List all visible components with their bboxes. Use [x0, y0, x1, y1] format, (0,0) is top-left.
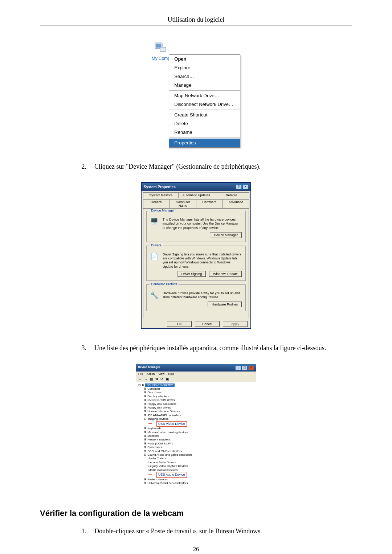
group-device-manager: Device Manager 🖥️ The Device Manager lis…: [146, 211, 246, 242]
device-manager-button[interactable]: Device Manager: [210, 232, 242, 238]
windows-update-button[interactable]: Windows Update: [209, 271, 242, 277]
ctx-open[interactable]: Open: [169, 55, 240, 63]
system-properties-dialog: System Properties ? × System Restore Aut…: [141, 182, 251, 329]
ctx-manage[interactable]: Manage: [169, 81, 240, 90]
device-tree[interactable]: ⊟ 🖥 JOHNS-PC-9027DY ⊞ Computer ⊞ Disk dr…: [136, 382, 256, 494]
menu-action[interactable]: Action: [147, 372, 155, 376]
callout-lead: [148, 423, 152, 424]
tree-legacy-video-capture[interactable]: Legacy Video Capture Devices: [138, 464, 254, 468]
tree-network[interactable]: Network adapters: [147, 438, 170, 441]
minimize-icon[interactable]: _: [235, 365, 241, 370]
device-manager-desc: The Device Manager lists all the hardwar…: [163, 218, 242, 230]
group-drivers: Drivers 📄 Driver Signing lets you make s…: [146, 246, 246, 281]
device-manager-icon: 🖥️: [150, 218, 160, 230]
tab-hardware[interactable]: Hardware: [196, 199, 223, 208]
step-1b-text: Double-cliquez sur « Poste de travail »,…: [86, 527, 262, 536]
page-header: Utilisation du logiciel: [40, 16, 352, 24]
ctx-search[interactable]: Search…: [169, 72, 240, 81]
apply-button: Apply: [223, 321, 248, 327]
cancel-button[interactable]: Cancel: [195, 321, 220, 327]
figure-device-manager: Device Manager _ □ × File Action View He…: [40, 364, 352, 495]
step-3-number: 3.: [40, 344, 86, 353]
tree-audio-codecs[interactable]: Audio Codecs: [138, 457, 254, 460]
hardware-profiles-button[interactable]: Hardware Profiles: [208, 301, 242, 307]
back-icon[interactable]: ←: [138, 377, 142, 381]
step-2-number: 2.: [40, 162, 86, 171]
tree-computer[interactable]: Computer: [147, 387, 160, 390]
menu-help[interactable]: Help: [168, 372, 174, 376]
context-menu: Open Explore Search… Manage Map Network …: [169, 54, 240, 148]
tree-processors[interactable]: Processors: [147, 446, 162, 449]
scan-icon[interactable]: ▣: [166, 377, 169, 381]
hardware-profiles-icon: 🔧: [150, 291, 160, 300]
maximize-icon[interactable]: □: [242, 365, 248, 370]
close-icon[interactable]: ×: [248, 365, 254, 370]
tree-scsi[interactable]: SCSI and RAID controllers: [147, 450, 182, 453]
tree-hid[interactable]: Human Interface Devices: [147, 410, 180, 413]
dialog-title: System Properties: [144, 185, 176, 189]
toolbar-icon[interactable]: ▦: [150, 377, 153, 381]
tree-floppy-drives[interactable]: Floppy disk drives: [147, 406, 171, 409]
ctx-create-shortcut[interactable]: Create Shortcut: [169, 111, 240, 119]
group-label: Hardware Profiles: [150, 282, 179, 286]
tree-sound-video-game[interactable]: Sound, video and game controllers: [147, 453, 192, 456]
tab-advanced[interactable]: Advanced: [222, 199, 249, 208]
step-2-text: Cliquez sur "Device Manager" (Gestionnai…: [86, 162, 261, 171]
tab-automatic-updates[interactable]: Automatic Updates: [178, 192, 214, 198]
tree-media-control[interactable]: Media Control Devices: [138, 468, 254, 472]
properties-icon[interactable]: ✿: [155, 377, 158, 381]
callout-usb-video: USB Video Device: [156, 421, 187, 427]
tree-floppy-ctrl[interactable]: Floppy disk controllers: [147, 402, 176, 406]
step-1b: 1. Double-cliquez sur « Poste de travail…: [40, 527, 352, 536]
tree-legacy-audio[interactable]: Legacy Audio Drivers: [138, 461, 254, 464]
ctx-map-drive[interactable]: Map Network Drive…: [169, 91, 240, 100]
tree-ide[interactable]: IDE ATA/ATAPI controllers: [147, 414, 181, 417]
tree-disk-drives[interactable]: Disk drives: [147, 391, 162, 394]
tree-dvd[interactable]: DVD/CD-ROM drives: [147, 398, 175, 402]
ctx-separator: [169, 110, 240, 110]
tab-system-restore[interactable]: System Restore: [143, 192, 179, 198]
tree-root[interactable]: JOHNS-PC-9027DY: [145, 383, 174, 387]
tree-keyboards[interactable]: Keyboards: [147, 427, 161, 430]
ctx-disconnect-drive[interactable]: Disconnect Network Drive…: [169, 100, 240, 109]
tree-usb-controllers[interactable]: Universal Serial Bus controllers: [147, 481, 188, 485]
step-2: 2. Cliquez sur "Device Manager" (Gestion…: [40, 162, 352, 171]
tree-display-adapters[interactable]: Display adapters: [147, 395, 169, 398]
group-label: Device Manager: [150, 209, 176, 212]
device-manager-window: Device Manager _ □ × File Action View He…: [136, 364, 256, 495]
figure-context-menu: My Computer Open Explore Search… Manage …: [40, 40, 352, 148]
ctx-explore[interactable]: Explore: [169, 63, 240, 72]
help-icon[interactable]: ?: [236, 184, 242, 189]
tab-general[interactable]: General: [143, 199, 170, 208]
tree-imaging[interactable]: Imaging devices: [147, 417, 168, 420]
tree-ports[interactable]: Ports (COM & LPT): [147, 442, 172, 445]
window-titlebar: Device Manager _ □ ×: [136, 364, 256, 372]
dialog-titlebar: System Properties ? ×: [142, 183, 250, 191]
forward-icon[interactable]: →: [144, 377, 148, 381]
menu-view[interactable]: View: [158, 372, 164, 376]
driver-signing-button[interactable]: Driver Signing: [177, 271, 206, 277]
tree-mice[interactable]: Mice and other pointing devices: [147, 431, 188, 434]
tree-system-devices[interactable]: System devices: [147, 478, 168, 481]
callout-usb-audio: USB Audio Device: [156, 472, 187, 478]
my-computer-label: My Computer: [152, 56, 170, 61]
tree-monitors[interactable]: Monitors: [147, 434, 159, 438]
menu-bar: File Action View Help: [136, 372, 256, 376]
menu-file[interactable]: File: [138, 372, 143, 376]
ctx-properties[interactable]: Properties: [169, 139, 240, 147]
step-3: 3. Une liste des périphériques installés…: [40, 344, 352, 353]
page-number: 26: [40, 546, 352, 553]
close-icon[interactable]: ×: [242, 184, 248, 189]
callout-lead: [148, 474, 152, 475]
step-1b-number: 1.: [40, 527, 86, 536]
refresh-icon[interactable]: ⟳: [160, 377, 163, 381]
ok-button[interactable]: OK: [167, 321, 192, 327]
figure-system-properties: System Properties ? × System Restore Aut…: [40, 182, 352, 329]
tabs-row-2: System Restore Automatic Updates Remote: [143, 192, 249, 198]
ctx-delete[interactable]: Delete: [169, 119, 240, 128]
svg-rect-2: [160, 47, 166, 52]
tab-remote[interactable]: Remote: [214, 192, 249, 198]
ctx-rename[interactable]: Rename: [169, 128, 240, 137]
tab-computer-name[interactable]: Computer Name: [170, 199, 196, 208]
toolbar: ← → ▦ ✿ ⟳ ▣: [136, 376, 256, 382]
